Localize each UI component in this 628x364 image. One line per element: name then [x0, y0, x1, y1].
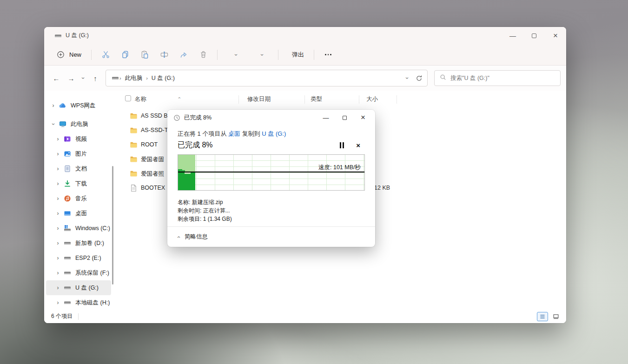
column-divider[interactable]	[238, 95, 239, 104]
copy-progress-dialog: 已完成 8% — × 正在将 1 个项目从 桌面 复制到 U 盘 (G:) 已完…	[167, 110, 375, 247]
music-icon	[64, 195, 71, 202]
chevron-right-icon[interactable]: ›	[54, 136, 61, 142]
less-details-label: 简略信息	[185, 233, 208, 241]
column-divider[interactable]	[359, 95, 359, 104]
chevron-right-icon[interactable]: ›	[54, 211, 61, 216]
sidebar-item-label: 新加卷 (D:)	[75, 239, 104, 247]
source-folder-link[interactable]: 桌面	[228, 130, 240, 137]
search-box[interactable]	[434, 70, 561, 86]
close-button[interactable]: ×	[545, 27, 566, 44]
chevron-right-icon[interactable]: ›	[54, 270, 61, 276]
sidebar-scrollbar[interactable]	[112, 166, 113, 285]
dialog-controls: — ×	[317, 111, 372, 124]
downloads-icon	[64, 180, 71, 187]
dialog-footer[interactable]: › 简略信息	[167, 226, 375, 247]
dialog-minimize-button[interactable]: —	[317, 111, 335, 124]
icons-view-icon	[553, 313, 559, 320]
eject-button[interactable]: 弹出	[283, 48, 310, 62]
chevron-down-icon[interactable]: ›	[50, 121, 57, 127]
drive-icon	[64, 269, 71, 277]
sidebar-item-label: ESP2 (E:)	[75, 255, 101, 261]
file-name: 爱国者固	[141, 156, 164, 164]
chevron-right-icon[interactable]: ›	[50, 103, 57, 108]
sidebar-item-desktop[interactable]: ›桌面	[46, 206, 111, 221]
chevron-right-icon[interactable]: ›	[54, 151, 61, 157]
new-button[interactable]: New	[51, 47, 87, 62]
toolbar-divider	[278, 50, 278, 60]
dialog-maximize-button[interactable]	[335, 111, 354, 124]
sidebar-item-windows-c[interactable]: ›Windows (C:)	[46, 221, 111, 236]
share-button[interactable]	[174, 47, 193, 63]
cancel-copy-button[interactable]: ×	[356, 142, 360, 149]
maximize-button[interactable]	[523, 27, 545, 44]
select-all-checkbox[interactable]	[125, 95, 131, 101]
sidebar-item-documents[interactable]: ›文档	[46, 161, 111, 176]
chevron-right-icon[interactable]: ›	[54, 196, 61, 201]
column-divider[interactable]	[304, 95, 305, 104]
forward-button[interactable]: →	[64, 71, 79, 86]
documents-icon	[64, 165, 71, 172]
window-titlebar[interactable]: U 盘 (G:) — ×	[44, 27, 566, 44]
chevron-right-icon[interactable]: ›	[54, 225, 61, 231]
statusbar-divider	[78, 313, 79, 320]
sidebar-item-label: 音乐	[75, 195, 87, 203]
pause-button[interactable]	[340, 142, 344, 148]
sort-button[interactable]: ›	[222, 47, 248, 63]
back-button[interactable]: ←	[49, 71, 64, 86]
sidebar-item-new-volume-d[interactable]: ›新加卷 (D:)	[46, 236, 111, 251]
sidebar-item-esp2-e[interactable]: ›ESP2 (E:)	[46, 251, 111, 265]
breadcrumb-item[interactable]: 此电脑	[122, 74, 146, 82]
address-chevron-icon[interactable]: ›	[404, 77, 410, 79]
column-header[interactable]: 类型	[311, 95, 322, 103]
details-view-toggle[interactable]	[537, 312, 548, 321]
new-button-label: New	[69, 51, 81, 58]
sidebar-item-wps[interactable]: ›WPS网盘	[46, 98, 111, 113]
rename-button[interactable]	[154, 47, 174, 63]
address-bar[interactable]: ›此电脑›U 盘 (G:) ›	[106, 70, 428, 86]
sort-ascending-icon: ›	[177, 97, 182, 99]
chevron-down-icon: ›	[233, 54, 239, 56]
sidebar-item-music[interactable]: ›音乐	[46, 191, 111, 206]
chevron-right-icon[interactable]: ›	[54, 181, 61, 186]
chevron-right-icon[interactable]: ›	[54, 285, 61, 291]
search-input[interactable]	[450, 75, 555, 81]
chevron-right-icon[interactable]: ›	[54, 255, 61, 261]
minimize-button[interactable]: —	[502, 27, 523, 44]
copy-button[interactable]	[115, 47, 135, 63]
sidebar-item-system-reserved-f[interactable]: ›系统保留 (F:)	[46, 265, 111, 280]
column-divider[interactable]	[397, 95, 397, 104]
sidebar-item-local-h[interactable]: ›本地磁盘 (H:)	[46, 295, 111, 310]
sidebar-item-videos[interactable]: ›视频	[46, 132, 111, 146]
sidebar-item-pictures[interactable]: ›图片	[46, 146, 111, 161]
cut-button[interactable]	[96, 47, 115, 63]
chevron-up-icon: ›	[176, 236, 181, 238]
breadcrumb-item[interactable]: U 盘 (G:)	[148, 74, 178, 82]
chevron-right-icon[interactable]: ›	[54, 166, 61, 172]
videos-icon	[64, 135, 71, 143]
dialog-close-button[interactable]: ×	[354, 111, 372, 124]
transfer-details: 名称: 新建压缩.zip剩余时间: 正在计算...剩余项目: 1 (1.34 G…	[178, 198, 365, 223]
sidebar-item-this-pc[interactable]: ›此电脑	[46, 117, 111, 132]
column-header[interactable]: 修改日期	[247, 95, 271, 103]
dialog-titlebar[interactable]: 已完成 8% — ×	[167, 110, 375, 126]
history-chevron-icon[interactable]: ›	[80, 77, 86, 79]
up-button[interactable]: ↑	[88, 71, 103, 86]
view-button[interactable]: ›	[248, 47, 274, 63]
destination-drive-link[interactable]: U 盘 (G:)	[262, 130, 286, 137]
chevron-right-icon[interactable]: ›	[54, 300, 61, 305]
more-options-button[interactable]	[318, 47, 338, 63]
copy-description: 正在将 1 个项目从 桌面 复制到 U 盘 (G:)	[178, 130, 365, 138]
refresh-icon[interactable]	[416, 75, 423, 82]
paste-button[interactable]	[135, 47, 154, 63]
delete-button[interactable]	[193, 47, 213, 63]
file-name: BOOTEX	[141, 185, 165, 191]
navigation-bar: ← → › ↑ ›此电脑›U 盘 (G:) ›	[44, 66, 566, 91]
sidebar-item-downloads[interactable]: ›下载	[46, 176, 111, 191]
sidebar-item-label: Windows (C:)	[75, 225, 110, 232]
column-header[interactable]: 名称	[135, 95, 146, 103]
icons-view-toggle[interactable]	[550, 312, 562, 321]
sidebar-item-usb-g[interactable]: ›U 盘 (G:)	[46, 280, 111, 295]
chevron-right-icon[interactable]: ›	[54, 240, 61, 246]
sidebar-item-label: 下载	[75, 180, 87, 188]
column-header[interactable]: 大小	[366, 95, 378, 103]
